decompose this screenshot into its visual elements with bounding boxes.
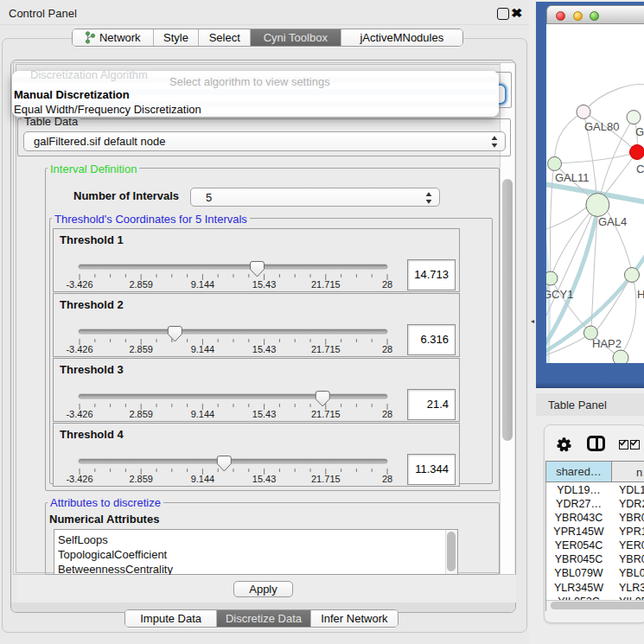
svg-text:-3.426: -3.426 bbox=[66, 344, 92, 354]
svg-text:GA: GA bbox=[635, 125, 644, 138]
svg-text:2.859: 2.859 bbox=[129, 474, 153, 484]
svg-text:2.859: 2.859 bbox=[129, 279, 153, 290]
svg-text:-3.426: -3.426 bbox=[66, 409, 92, 419]
svg-text:21.715: 21.715 bbox=[311, 474, 341, 484]
svg-text:C: C bbox=[636, 163, 644, 175]
svg-text:9.144: 9.144 bbox=[191, 474, 215, 484]
svg-text:-3.426: -3.426 bbox=[66, 279, 92, 290]
svg-text:28: 28 bbox=[382, 279, 392, 290]
svg-text:GAL4: GAL4 bbox=[598, 215, 627, 228]
svg-text:28: 28 bbox=[382, 474, 392, 484]
svg-text:-3.426: -3.426 bbox=[66, 474, 92, 484]
svg-text:9.144: 9.144 bbox=[191, 409, 215, 419]
svg-text:15.43: 15.43 bbox=[252, 409, 277, 419]
svg-text:21.715: 21.715 bbox=[311, 409, 341, 419]
svg-text:15.43: 15.43 bbox=[252, 279, 277, 290]
svg-text:H: H bbox=[637, 288, 644, 301]
svg-text:28: 28 bbox=[382, 344, 392, 354]
svg-text:9.144: 9.144 bbox=[191, 279, 215, 290]
svg-text:9.144: 9.144 bbox=[191, 344, 215, 354]
svg-text:GCY1: GCY1 bbox=[546, 288, 573, 301]
svg-text:GAL11: GAL11 bbox=[555, 171, 590, 184]
svg-text:21.715: 21.715 bbox=[311, 344, 341, 354]
svg-text:21.715: 21.715 bbox=[311, 279, 341, 290]
svg-text:2.859: 2.859 bbox=[129, 344, 153, 354]
svg-text:GAL80: GAL80 bbox=[584, 120, 619, 133]
svg-text:15.43: 15.43 bbox=[252, 474, 277, 484]
svg-text:28: 28 bbox=[382, 409, 392, 419]
svg-text:HAP2: HAP2 bbox=[592, 337, 622, 350]
svg-text:2.859: 2.859 bbox=[129, 409, 153, 419]
svg-text:15.43: 15.43 bbox=[252, 344, 277, 354]
